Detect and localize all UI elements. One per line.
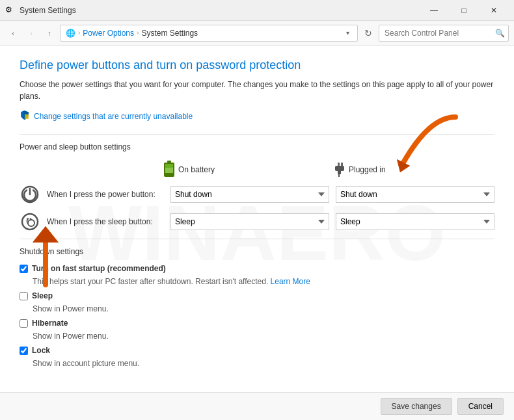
sleep-svg (21, 213, 39, 231)
svg-rect-4 (165, 164, 173, 168)
title-bar: ⚙ System Settings — □ ✕ (0, 0, 514, 21)
shield-svg (20, 110, 30, 120)
page-description: Choose the power settings that you want … (20, 79, 494, 102)
change-settings-text: Change settings that are currently unava… (34, 112, 193, 121)
shutdown-header: Shutdown settings (20, 247, 494, 256)
svg-rect-0 (25, 114, 29, 119)
sleep-icon (20, 211, 40, 232)
sleep-plugged-select[interactable]: Sleep Do nothing Hibernate Shut down (336, 213, 494, 230)
hibernate-row: Hibernate (20, 319, 494, 328)
search-wrapper: 🔍 (379, 25, 509, 42)
maximize-button[interactable]: □ (449, 0, 479, 21)
refresh-button[interactable]: ↻ (360, 25, 376, 41)
learn-more-link[interactable]: Learn More (271, 277, 310, 286)
svg-point-12 (28, 220, 34, 226)
globe-icon: 🌐 (66, 29, 75, 38)
minimize-button[interactable]: — (419, 0, 449, 21)
svg-rect-8 (338, 171, 341, 174)
power-svg (21, 185, 39, 203)
pluggedin-col-label: Plugged in (349, 165, 386, 174)
breadcrumb-system-settings: System Settings (141, 29, 198, 38)
sleep-battery-select[interactable]: Sleep Do nothing Hibernate Shut down (170, 213, 329, 230)
hibernate-desc: Show in Power menu. (33, 332, 494, 341)
footer: Save changes Cancel (0, 392, 514, 420)
fast-startup-checkbox[interactable] (20, 265, 28, 273)
title-bar-title: System Settings (20, 6, 419, 15)
sleep-menu-desc: Show in Power menu. (33, 304, 494, 313)
sleep-row: Sleep (20, 291, 494, 300)
address-bar: ‹ › ↑ 🌐 › Power Options › System Setting… (0, 21, 514, 46)
back-button[interactable]: ‹ (5, 25, 21, 41)
column-headers: On battery Plugged in (163, 161, 494, 179)
breadcrumb-dropdown-button[interactable]: ▾ (344, 28, 352, 38)
up-button[interactable]: ↑ (42, 25, 57, 41)
shutdown-section: Shutdown settings Turn on fast startup (… (20, 247, 494, 368)
breadcrumb-power-options[interactable]: Power Options (83, 29, 134, 38)
section-divider-2 (20, 239, 494, 239)
battery-icon (163, 161, 176, 179)
sleep-button-label: When I press the sleep button: (47, 217, 164, 226)
cancel-button[interactable]: Cancel (457, 398, 504, 415)
hibernate-checkbox[interactable] (20, 319, 28, 328)
close-button[interactable]: ✕ (479, 0, 509, 21)
shield-icon (20, 110, 30, 122)
power-battery-select[interactable]: Shut down Sleep Hibernate Do nothing Tur… (170, 186, 329, 203)
title-bar-controls: — □ ✕ (419, 0, 509, 21)
content-area: Define power buttons and turn on passwor… (0, 46, 514, 392)
svg-point-11 (22, 214, 38, 230)
plug-icon (332, 163, 346, 177)
power-sleep-header: Power and sleep button settings (20, 142, 494, 151)
battery-col-header: On battery (163, 161, 325, 179)
battery-col-label: On battery (178, 165, 215, 174)
pluggedin-col-header: Plugged in (332, 161, 494, 179)
change-settings-link[interactable]: Change settings that are currently unava… (20, 110, 494, 122)
sleep-menu-label[interactable]: Sleep (32, 291, 53, 300)
breadcrumb: 🌐 › Power Options › System Settings ▾ (60, 25, 358, 42)
main-content: WINAERO Define power buttons and turn on… (0, 46, 514, 420)
search-input[interactable] (379, 25, 509, 42)
breadcrumb-arrow: › (78, 29, 80, 36)
title-bar-icon: ⚙ (5, 5, 16, 16)
lock-desc: Show in account picture menu. (33, 359, 494, 368)
hibernate-label[interactable]: Hibernate (32, 319, 68, 328)
lock-label[interactable]: Lock (32, 346, 50, 355)
power-plugged-select[interactable]: Shut down Sleep Hibernate Do nothing Tur… (336, 186, 494, 203)
search-button[interactable]: 🔍 (495, 29, 505, 38)
section-divider-1 (20, 134, 494, 135)
lock-row: Lock (20, 346, 494, 355)
lock-checkbox[interactable] (20, 347, 28, 355)
fast-startup-row: Turn on fast startup (recommended) (20, 264, 494, 273)
breadcrumb-separator: › (137, 29, 139, 36)
sleep-button-row: When I press the sleep button: Sleep Do … (20, 211, 494, 232)
power-icon (20, 184, 40, 205)
fast-startup-label[interactable]: Turn on fast startup (recommended) (32, 264, 166, 273)
power-button-label: When I press the power button: (47, 190, 164, 199)
forward-button[interactable]: › (23, 25, 39, 41)
svg-rect-7 (335, 166, 344, 171)
svg-rect-1 (167, 161, 171, 163)
power-button-row: When I press the power button: Shut down… (20, 184, 494, 205)
page-title: Define power buttons and turn on passwor… (20, 59, 494, 72)
save-changes-button[interactable]: Save changes (381, 398, 452, 415)
fast-startup-desc: This helps start your PC faster after sh… (33, 277, 494, 286)
sleep-checkbox[interactable] (20, 292, 28, 300)
